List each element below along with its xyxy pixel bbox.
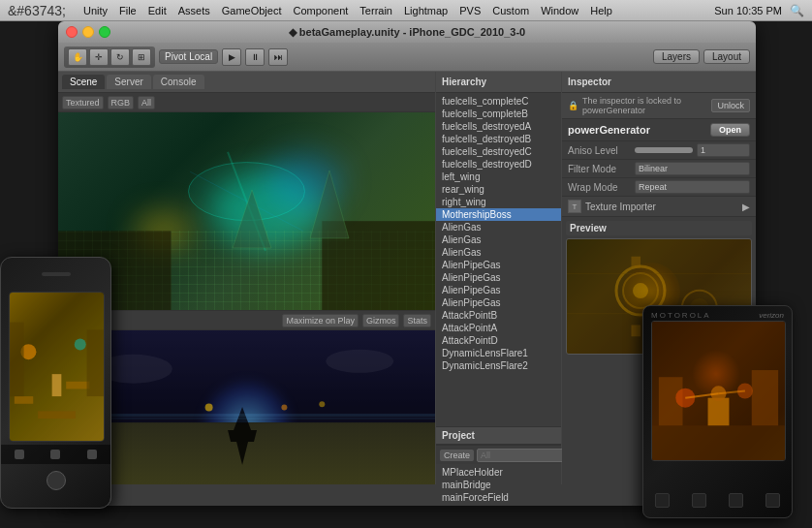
svg-rect-29: [38, 411, 76, 419]
droid-search-btn[interactable]: [729, 493, 743, 508]
nexus-home-button[interactable]: [47, 471, 66, 490]
title-bar: ◆ betaGameplay.unity - iPhone_GDC_2010_3…: [58, 21, 756, 43]
system-time: Sun 10:35 PM: [714, 5, 782, 16]
minimize-button[interactable]: [82, 26, 94, 38]
all-btn-scene[interactable]: All: [138, 96, 155, 109]
hierarchy-item-flare2[interactable]: DynamicLensFlare2: [436, 359, 561, 372]
hierarchy-item-rear-wing[interactable]: rear_wing: [436, 183, 561, 196]
menu-window[interactable]: Window: [535, 3, 584, 18]
svg-rect-33: [10, 323, 24, 397]
hierarchy-item-fuelcells-dc[interactable]: fuelcells_destroyedC: [436, 145, 561, 158]
apple-menu[interactable]: &#63743;: [8, 3, 66, 18]
menu-gameobject[interactable]: GameObject: [216, 3, 288, 18]
svg-rect-34: [87, 329, 104, 396]
move-tool[interactable]: ✛: [89, 48, 109, 66]
nexus-screen-content: [10, 293, 104, 441]
inspector-field-filter: Filter Mode Bilinear: [562, 160, 756, 178]
menu-assets[interactable]: Assets: [172, 3, 216, 18]
menu-bar: &#63743; Unity File Edit Assets GameObje…: [0, 0, 812, 21]
pause-button[interactable]: ⏸: [245, 48, 265, 66]
spotlight-icon[interactable]: 🔍: [790, 4, 804, 17]
nexus-nav-bar: [1, 445, 110, 464]
hierarchy-item-aliengas-2[interactable]: AlienGas: [436, 233, 561, 246]
hierarchy-list: fuelcells_completeC fuelcells_completeB …: [436, 93, 561, 426]
aniso-slider[interactable]: [635, 147, 693, 153]
rotate-tool[interactable]: ↻: [110, 48, 130, 66]
nav-back[interactable]: [15, 450, 24, 459]
open-button[interactable]: Open: [710, 123, 750, 137]
texture-importer-expand-icon[interactable]: ▶: [742, 202, 750, 212]
nexus-speaker: [42, 272, 71, 276]
menu-help[interactable]: Help: [584, 3, 618, 18]
hierarchy-item-left-wing[interactable]: left_wing: [436, 171, 561, 183]
scale-tool[interactable]: ⊞: [132, 48, 151, 66]
menu-pvs[interactable]: PVS: [453, 3, 486, 18]
gizmos-btn[interactable]: Gizmos: [362, 314, 400, 327]
menu-custom[interactable]: Custom: [486, 3, 535, 18]
hand-tool[interactable]: ✋: [68, 48, 87, 66]
hierarchy-item-fuelcells-dd[interactable]: fuelcells_destroyedD: [436, 158, 561, 171]
svg-rect-30: [52, 374, 62, 396]
project-item-mainbridge[interactable]: mainBridge: [442, 479, 555, 491]
nav-search[interactable]: [87, 450, 97, 459]
menu-component[interactable]: Component: [287, 3, 354, 18]
rgb-btn[interactable]: RGB: [108, 96, 135, 109]
hierarchy-item-alienpipegas-3[interactable]: AlienPipeGas: [436, 284, 561, 296]
hierarchy-item-attackb[interactable]: AttackPointB: [436, 309, 561, 322]
hierarchy-item-fuelcells-da[interactable]: fuelcells_destroyedA: [436, 120, 561, 133]
stats-btn[interactable]: Stats: [403, 314, 431, 327]
hierarchy-item-alienpipegas-1[interactable]: AlienPipeGas: [436, 259, 561, 271]
droid-back-btn[interactable]: [655, 493, 670, 508]
layers-dropdown[interactable]: Layers: [653, 49, 700, 64]
menu-terrain[interactable]: Terrain: [354, 3, 398, 18]
wrap-value[interactable]: Repeat: [635, 180, 750, 194]
menu-lightmap[interactable]: Lightmap: [398, 3, 453, 18]
hierarchy-item-mothership[interactable]: MothershipBoss: [436, 208, 561, 221]
play-button[interactable]: ▶: [222, 48, 241, 66]
droid-home-btn[interactable]: [765, 493, 780, 508]
texture-icon: T: [568, 200, 581, 213]
hierarchy-item-fuelcells-db[interactable]: fuelcells_destroyedB: [436, 133, 561, 145]
menu-edit[interactable]: Edit: [142, 3, 172, 18]
nav-menu[interactable]: [50, 450, 60, 459]
hierarchy-item-attackd[interactable]: AttackPointD: [436, 334, 561, 347]
step-button[interactable]: ⏭: [268, 48, 288, 66]
pivot-selector[interactable]: Pivot Local: [159, 49, 218, 64]
verizon-logo: verizon: [759, 311, 784, 320]
droid-menu-btn[interactable]: [692, 493, 706, 508]
maximize-button[interactable]: [99, 26, 110, 38]
project-item-mplaceholder[interactable]: MPlaceHolder: [442, 466, 555, 479]
create-btn[interactable]: Create: [440, 450, 474, 461]
tab-console[interactable]: Console: [153, 75, 204, 89]
hierarchy-item-alienpipegas-2[interactable]: AlienPipeGas: [436, 271, 561, 284]
close-button[interactable]: [66, 26, 78, 38]
wrap-label: Wrap Mode: [568, 182, 631, 193]
menu-unity[interactable]: Unity: [78, 3, 113, 18]
hierarchy-item-fuelcells-c[interactable]: fuelcells_completeC: [436, 95, 561, 108]
menu-file[interactable]: File: [113, 3, 142, 18]
unlock-button[interactable]: Unlock: [711, 99, 750, 112]
hierarchy-panel: Hierarchy fuelcells_completeC fuelcells_…: [436, 72, 562, 484]
droid-screen: [651, 321, 786, 461]
droid-game-svg: [652, 322, 785, 460]
hierarchy-item-attacka[interactable]: AttackPointA: [436, 322, 561, 334]
hierarchy-item-fuelcells-b[interactable]: fuelcells_completeB: [436, 108, 561, 120]
tab-scene[interactable]: Scene: [62, 75, 105, 89]
hierarchy-item-aliengas-1[interactable]: AlienGas: [436, 221, 561, 233]
asset-name-label: powerGenerator: [568, 124, 650, 136]
hierarchy-item-flare1[interactable]: DynamicLensFlare1: [436, 347, 561, 359]
hierarchy-item-alienpipegas-4[interactable]: AlienPipeGas: [436, 296, 561, 309]
project-item-mainforcefield[interactable]: mainForceField: [442, 491, 555, 504]
layout-dropdown[interactable]: Layout: [703, 49, 750, 64]
svg-point-14: [281, 405, 287, 411]
maximize-on-play-btn[interactable]: Maximize on Play: [282, 314, 359, 327]
aniso-label: Aniso Level: [568, 145, 631, 156]
tab-server[interactable]: Server: [107, 75, 150, 89]
hierarchy-header: Hierarchy: [436, 72, 561, 93]
textured-btn[interactable]: Textured: [62, 96, 104, 109]
hierarchy-item-right-wing[interactable]: right_wing: [436, 196, 561, 208]
svg-rect-28: [66, 382, 89, 389]
filter-value[interactable]: Bilinear: [635, 162, 750, 175]
nexus-game-svg: [10, 293, 104, 441]
hierarchy-item-aliengas-3[interactable]: AlienGas: [436, 246, 561, 259]
